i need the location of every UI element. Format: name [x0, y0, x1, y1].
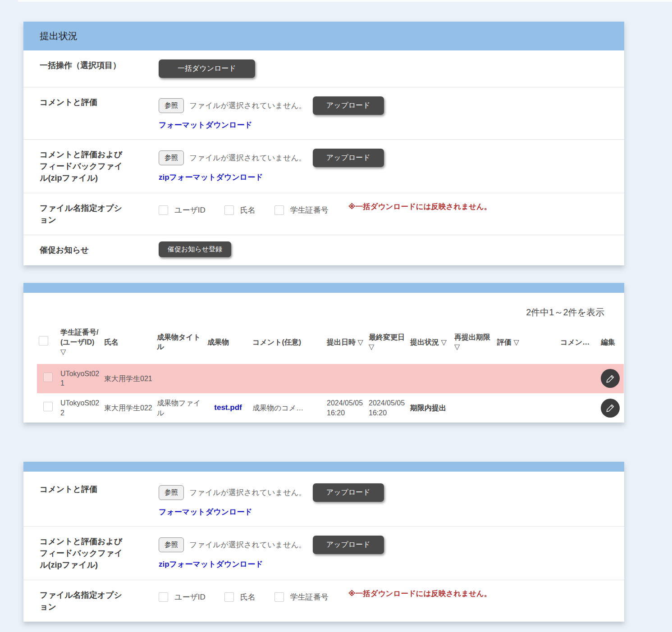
submission-table: 学生証番号/(ユーザID) ▽ 氏名 成果物タイトル 成果物 コメント(任意) … — [37, 320, 624, 423]
format-download-link[interactable]: フォーマットダウンロード — [159, 507, 252, 517]
upload-button[interactable]: アップロード — [313, 96, 384, 115]
header-artifact: 成果物 — [206, 320, 251, 364]
browse-button[interactable]: 参照 — [159, 150, 184, 165]
bottom-form-panel: コメントと評価 参照 ファイルが選択されていません。 アップロード フォーマット… — [23, 462, 624, 622]
edit-pencil-icon — [605, 403, 616, 413]
file-status-text: ファイルが選択されていません。 — [189, 487, 306, 498]
zip-format-download-link[interactable]: zipフォーマットダウンロード — [159, 559, 263, 569]
table-row: UTokyoSt021 東大用学生021 — [37, 364, 624, 393]
student-id-option-label: 学生証番号 — [290, 205, 329, 215]
bulk-download-button[interactable]: 一括ダウンロード — [159, 59, 255, 78]
select-all-checkbox[interactable] — [39, 336, 48, 346]
cell-artifact — [206, 364, 251, 393]
page-title: 提出状況 — [40, 30, 78, 42]
student-id-checkbox[interactable] — [274, 592, 284, 602]
student-id-checkbox[interactable] — [274, 205, 284, 215]
cell-submitted-at: 2024/05/05 16:20 — [325, 393, 367, 423]
header-student-id[interactable]: 学生証番号/(ユーザID) ▽ — [59, 320, 102, 364]
cell-name: 東大用学生022 — [102, 393, 155, 423]
filename-option-row: ファイル名指定オプション ユーザID 氏名 学生証番号 ※一括ダウンロードには反… — [23, 580, 624, 622]
reminder-register-button[interactable]: 催促お知らせ登録 — [159, 241, 231, 257]
panel-top-bar — [23, 283, 624, 293]
upload-button[interactable]: アップロード — [313, 149, 384, 167]
bulk-operation-row: 一括操作（選択項目） 一括ダウンロード — [23, 50, 624, 87]
artifact-file-link[interactable]: test.pdf — [214, 403, 242, 412]
cell-submitted-at — [325, 364, 367, 393]
header-artifact-title: 成果物タイトル — [155, 320, 206, 364]
cell-comment — [251, 364, 325, 393]
cell-status — [408, 364, 453, 393]
upload-button[interactable]: アップロード — [313, 483, 384, 502]
file-status-text: ファイルが選択されていません。 — [189, 153, 306, 163]
user-id-checkbox[interactable] — [159, 205, 168, 215]
table-row: UTokyoSt022 東大用学生022 成果物ファイル test.pdf 成果… — [37, 393, 624, 423]
comment-evaluation-label: コメントと評価 — [40, 96, 126, 108]
comment-feedback-zip-label: コメントと評価およびフィードバックファイル(zipファイル) — [40, 536, 126, 571]
cell-comment: 成果物のコメ… — [251, 393, 325, 423]
name-checkbox[interactable] — [224, 592, 234, 602]
cell-artifact-title — [155, 364, 206, 393]
comment-evaluation-label: コメントと評価 — [40, 483, 126, 495]
filename-option-label: ファイル名指定オプション — [40, 202, 126, 226]
cell-resubmit-deadline — [453, 364, 495, 393]
user-id-option-label: ユーザID — [174, 205, 206, 215]
bulk-download-note: ※一括ダウンロードには反映されません。 — [348, 589, 492, 599]
row-checkbox[interactable] — [43, 402, 53, 411]
table-header-row: 学生証番号/(ユーザID) ▽ 氏名 成果物タイトル 成果物 コメント(任意) … — [37, 320, 624, 364]
top-strip — [18, 0, 672, 2]
row-checkbox[interactable] — [43, 373, 53, 382]
cell-modified-at — [367, 364, 408, 393]
user-id-option-label: ユーザID — [174, 592, 206, 602]
bulk-operation-label: 一括操作（選択項目） — [40, 59, 126, 71]
header-modified-at[interactable]: 最終変更日 ▽ — [367, 320, 408, 364]
name-option-label: 氏名 — [240, 592, 256, 602]
file-status-text: ファイルが選択されていません。 — [189, 540, 306, 550]
cell-name: 東大用学生021 — [102, 364, 155, 393]
cell-status: 期限内提出 — [410, 404, 446, 412]
browse-button[interactable]: 参照 — [159, 537, 184, 552]
header-evaluation[interactable]: 評価 ▽ — [495, 320, 558, 364]
edit-button[interactable] — [601, 399, 620, 418]
comment-evaluation-row: コメントと評価 参照 ファイルが選択されていません。 アップロード フォーマット… — [23, 87, 624, 139]
cell-resubmit-deadline — [453, 393, 495, 423]
cell-evaluation — [495, 364, 558, 393]
cell-student-id: UTokyoSt022 — [59, 393, 102, 423]
submission-list-panel: 2件中1～2件を表示 学生証番号/(ユーザID) ▽ 氏名 成果物タイトル 成果… — [23, 283, 624, 423]
browse-button[interactable]: 参照 — [159, 485, 184, 500]
student-id-option-label: 学生証番号 — [290, 592, 329, 602]
cell-modified-at: 2024/05/05 16:20 — [367, 393, 408, 423]
reminder-row: 催促お知らせ 催促お知らせ登録 — [23, 235, 624, 265]
zip-format-download-link[interactable]: zipフォーマットダウンロード — [159, 172, 263, 182]
cell-comment2 — [558, 393, 599, 423]
upload-button[interactable]: アップロード — [313, 536, 384, 554]
comment-evaluation-row: コメントと評価 参照 ファイルが選択されていません。 アップロード フォーマット… — [23, 472, 624, 526]
header-comment: コメント(任意) — [251, 320, 325, 364]
header-name: 氏名 — [102, 320, 155, 364]
name-checkbox[interactable] — [224, 205, 234, 215]
cell-comment2 — [558, 364, 599, 393]
result-count-text: 2件中1～2件を表示 — [23, 293, 624, 318]
reminder-label: 催促お知らせ — [40, 241, 126, 256]
header-comment2: コメン… — [558, 320, 599, 364]
header-submitted-at[interactable]: 提出日時 ▽ — [325, 320, 367, 364]
bulk-download-note: ※一括ダウンロードには反映されません。 — [348, 202, 492, 212]
edit-button[interactable] — [601, 369, 620, 388]
header-edit: 編集 — [599, 320, 624, 364]
file-status-text: ファイルが選択されていません。 — [189, 100, 306, 111]
panel-top-bar — [23, 462, 624, 472]
comment-feedback-zip-row: コメントと評価およびフィードバックファイル(zipファイル) 参照 ファイルが選… — [23, 139, 624, 193]
filename-option-label: ファイル名指定オプション — [40, 589, 126, 613]
cell-evaluation — [495, 393, 558, 423]
header-resubmit-deadline[interactable]: 再提出期限 ▽ — [453, 320, 495, 364]
filename-option-row: ファイル名指定オプション ユーザID 氏名 学生証番号 ※一括ダウンロードには反… — [23, 193, 624, 235]
header-status[interactable]: 提出状況 ▽ — [408, 320, 453, 364]
browse-button[interactable]: 参照 — [159, 98, 184, 113]
comment-feedback-zip-label: コメントと評価およびフィードバックファイル(zipファイル) — [40, 149, 126, 184]
submission-panel-header: 提出状況 — [23, 22, 624, 50]
cell-artifact-title: 成果物ファイル — [155, 393, 206, 423]
edit-pencil-icon — [605, 373, 616, 384]
user-id-checkbox[interactable] — [159, 592, 168, 602]
format-download-link[interactable]: フォーマットダウンロード — [159, 120, 252, 130]
submission-status-panel: 提出状況 一括操作（選択項目） 一括ダウンロード コメントと評価 参照 ファイル… — [23, 22, 624, 265]
page-background: 提出状況 一括操作（選択項目） 一括ダウンロード コメントと評価 参照 ファイル… — [0, 0, 672, 632]
